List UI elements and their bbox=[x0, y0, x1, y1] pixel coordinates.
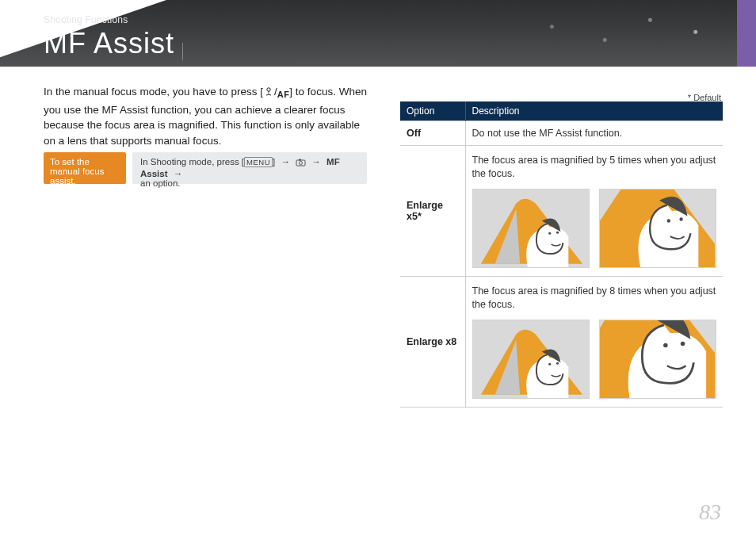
svg-point-6 bbox=[556, 231, 558, 233]
th-description: Description bbox=[465, 101, 723, 121]
title-separator bbox=[182, 43, 183, 60]
option-enlarge-x8: Enlarge x8 bbox=[400, 276, 465, 407]
instruction-callouts: To set the manual focus assist, In Shoot… bbox=[44, 152, 367, 184]
arrow-icon: → bbox=[281, 157, 290, 167]
sample-image-x5-normal bbox=[472, 189, 590, 268]
breadcrumb: Shooting Functions bbox=[44, 14, 128, 25]
svg-point-12 bbox=[556, 362, 558, 364]
options-table: Option Description Off Do not use the MF… bbox=[400, 101, 723, 408]
page-number: 83 bbox=[699, 500, 721, 525]
illustration-icon bbox=[600, 320, 716, 399]
menu-button-label: MENU bbox=[244, 157, 273, 167]
svg-point-11 bbox=[548, 362, 551, 365]
th-option: Option bbox=[400, 101, 465, 121]
callout-step-text-2: ] bbox=[273, 157, 275, 167]
svg-rect-3 bbox=[299, 159, 301, 161]
option-enlarge-x5: Enlarge x5* bbox=[400, 146, 465, 277]
chapter-tab bbox=[737, 0, 756, 67]
table-row: Off Do not use the MF Assist function. bbox=[400, 121, 723, 146]
flower-macro-icon bbox=[263, 86, 274, 102]
options-table-wrap: Option Description Off Do not use the MF… bbox=[400, 101, 723, 408]
table-row: Enlarge x5* The focus area is magnified … bbox=[400, 146, 723, 277]
table-header-row: Option Description bbox=[400, 101, 723, 121]
illustration-icon bbox=[473, 320, 589, 399]
desc-off: Do not use the MF Assist function. bbox=[465, 121, 723, 146]
illustration-icon bbox=[473, 190, 589, 268]
sample-image-x5-zoom bbox=[599, 189, 716, 268]
callout-steps: In Shooting mode, press [MENU] → → MF As… bbox=[132, 152, 367, 184]
thumb-row-x8 bbox=[472, 320, 717, 399]
svg-point-14 bbox=[663, 343, 668, 347]
table-row: Enlarge x8 The focus area is magnified b… bbox=[400, 276, 723, 407]
camera-mode-icon bbox=[296, 158, 306, 169]
svg-point-8 bbox=[666, 219, 670, 222]
arrow-icon: → bbox=[311, 157, 321, 167]
intro-paragraph: In the manual focus mode, you have to pr… bbox=[44, 84, 368, 148]
desc-enlarge-x8: The focus area is magnified by 8 times w… bbox=[465, 276, 723, 407]
page-title: MF Assist bbox=[44, 27, 174, 60]
callout-step-text-1: In Shooting mode, press [ bbox=[140, 157, 244, 167]
intro-text-1: In the manual focus mode, you have to pr… bbox=[44, 86, 263, 98]
svg-point-5 bbox=[548, 232, 551, 234]
thumb-row-x5 bbox=[472, 189, 717, 268]
callout-step-text-3: an option. bbox=[140, 178, 181, 188]
svg-point-9 bbox=[679, 217, 682, 220]
callout-label: To set the manual focus assist, bbox=[44, 152, 126, 184]
svg-point-15 bbox=[680, 341, 685, 346]
arrow-icon: → bbox=[174, 169, 183, 178]
af-icon: AF bbox=[277, 89, 290, 101]
svg-point-0 bbox=[267, 88, 270, 91]
svg-point-2 bbox=[300, 162, 303, 165]
illustration-icon bbox=[600, 190, 716, 268]
sample-image-x8-zoom bbox=[599, 320, 716, 399]
manual-page: Shooting Functions MF Assist In the manu… bbox=[0, 0, 756, 536]
desc-text-x8: The focus area is magnified by 8 times w… bbox=[472, 285, 717, 312]
sample-image-x8-normal bbox=[472, 320, 590, 399]
desc-enlarge-x5: The focus area is magnified by 5 times w… bbox=[465, 146, 723, 277]
option-off: Off bbox=[400, 121, 465, 146]
desc-text-x5: The focus area is magnified by 5 times w… bbox=[472, 154, 717, 181]
